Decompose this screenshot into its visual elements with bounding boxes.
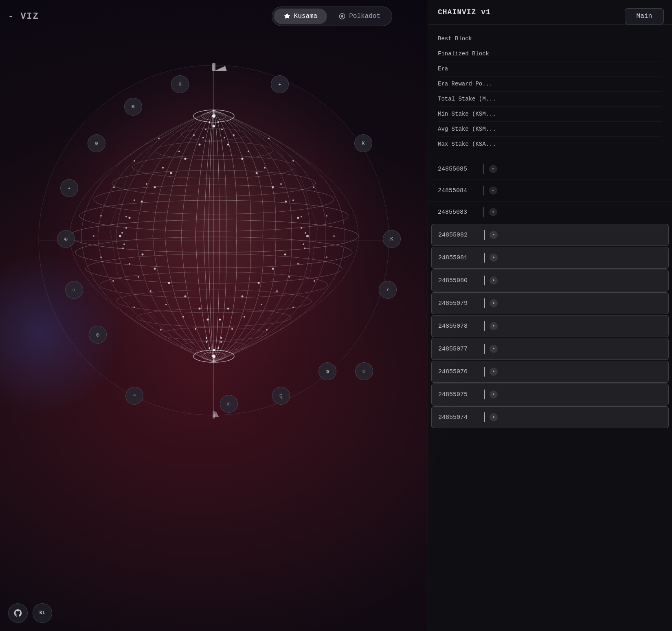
block-icon: ● bbox=[490, 276, 498, 285]
svg-point-96 bbox=[206, 341, 207, 343]
block-icon: ⚬ bbox=[489, 186, 497, 195]
block-number: 24855075 bbox=[438, 391, 479, 398]
max-stake-label: Max Stake (KSA... bbox=[438, 141, 496, 147]
block-item[interactable]: 24855075● bbox=[431, 383, 669, 405]
svg-point-58 bbox=[193, 134, 195, 136]
block-bar bbox=[483, 207, 484, 217]
block-number: 24855077 bbox=[438, 346, 479, 353]
block-icon: ● bbox=[490, 368, 498, 376]
block-icon: ● bbox=[490, 345, 498, 353]
svg-point-46 bbox=[284, 254, 286, 256]
block-item[interactable]: 24855074● bbox=[431, 406, 669, 428]
validator-icon-gear[interactable]: ⚙ bbox=[88, 134, 105, 152]
block-bar bbox=[484, 298, 485, 308]
block-icon: ● bbox=[490, 413, 498, 421]
svg-point-49 bbox=[168, 282, 170, 284]
svg-point-74 bbox=[129, 263, 130, 265]
block-bar bbox=[483, 164, 484, 174]
svg-point-97 bbox=[220, 341, 222, 343]
block-item[interactable]: 24855078● bbox=[431, 315, 669, 337]
validator-icon-lightning[interactable]: ⚡ bbox=[379, 281, 397, 299]
validator-icon-k2[interactable]: K bbox=[354, 134, 372, 152]
validator-icon-wave[interactable]: ≋ bbox=[124, 98, 142, 116]
validator-icon-yin[interactable]: ☯ bbox=[57, 230, 75, 248]
block-bar bbox=[484, 412, 485, 422]
svg-point-61 bbox=[248, 151, 249, 152]
block-icon: ● bbox=[490, 254, 498, 262]
block-number: 24855084 bbox=[438, 187, 479, 194]
svg-point-73 bbox=[304, 248, 305, 249]
block-bar bbox=[484, 367, 485, 377]
svg-point-100 bbox=[134, 160, 135, 162]
svg-point-1 bbox=[341, 15, 343, 18]
block-item[interactable]: 24855076● bbox=[431, 361, 669, 383]
validator-icon-q[interactable]: Q bbox=[272, 387, 290, 405]
max-stake-row: Max Stake (KSA... bbox=[438, 137, 662, 151]
svg-point-63 bbox=[264, 167, 266, 169]
svg-point-35 bbox=[141, 201, 143, 203]
block-icon: ● bbox=[490, 322, 498, 330]
svg-point-43 bbox=[123, 243, 125, 245]
block-item[interactable]: 24855077● bbox=[431, 338, 669, 360]
validator-icon-bubble[interactable]: ⚬ bbox=[125, 387, 143, 405]
blocks-list: 24855085⚬24855084⚬24855083⚬24855082●2485… bbox=[428, 158, 672, 631]
svg-point-75 bbox=[297, 263, 299, 265]
svg-point-70 bbox=[121, 232, 123, 234]
svg-point-32 bbox=[256, 172, 258, 174]
validator-icon-cross[interactable]: ✦ bbox=[271, 75, 289, 93]
finalized-block-label: Finalized Block bbox=[438, 50, 489, 57]
kusama-tab[interactable]: Kusama bbox=[274, 9, 327, 24]
svg-point-26 bbox=[213, 125, 215, 127]
block-bar bbox=[484, 321, 485, 331]
polkadot-label: Polkadot bbox=[349, 13, 380, 20]
svg-point-29 bbox=[184, 158, 187, 160]
app-title: - VIZ bbox=[8, 11, 39, 22]
avg-stake-row: Avg Stake (KSM... bbox=[438, 122, 662, 137]
svg-point-76 bbox=[138, 276, 139, 278]
svg-point-78 bbox=[150, 290, 152, 292]
svg-point-31 bbox=[170, 172, 172, 174]
main-button[interactable]: Main bbox=[625, 8, 664, 24]
bottom-icons: KL bbox=[8, 603, 52, 623]
block-item[interactable]: 24855082● bbox=[431, 224, 669, 246]
kl-icon[interactable]: KL bbox=[33, 603, 52, 623]
validator-icon-k3[interactable]: K bbox=[383, 230, 401, 248]
block-item[interactable]: 24855080● bbox=[431, 269, 669, 291]
svg-point-64 bbox=[146, 183, 147, 185]
validator-icon-half[interactable]: ◑ bbox=[318, 362, 336, 380]
block-bar bbox=[484, 344, 485, 354]
svg-point-108 bbox=[100, 256, 102, 258]
svg-point-92 bbox=[202, 137, 204, 138]
block-item[interactable]: 24855081● bbox=[431, 247, 669, 269]
validator-icon-circle[interactable]: ◎ bbox=[89, 326, 107, 344]
validator-icon-m[interactable]: m bbox=[220, 395, 238, 413]
svg-point-40 bbox=[306, 235, 309, 237]
svg-point-106 bbox=[93, 235, 94, 237]
validator-icon-plane[interactable]: ✈ bbox=[65, 281, 83, 299]
svg-point-105 bbox=[326, 215, 327, 217]
polkadot-tab[interactable]: Polkadot bbox=[329, 9, 390, 24]
min-stake-label: Min Stake (KSM... bbox=[438, 111, 496, 117]
svg-point-55 bbox=[207, 319, 209, 321]
block-bar bbox=[483, 186, 484, 195]
validator-icon-target[interactable]: ⊕ bbox=[355, 362, 373, 380]
svg-point-93 bbox=[224, 137, 225, 138]
block-item[interactable]: 24855085⚬ bbox=[428, 158, 672, 180]
block-item[interactable]: 24855084⚬ bbox=[428, 180, 672, 202]
svg-point-66 bbox=[134, 199, 135, 201]
svg-rect-119 bbox=[213, 411, 215, 418]
svg-point-59 bbox=[233, 134, 235, 136]
polkadot-icon bbox=[338, 13, 346, 20]
block-item[interactable]: 24855079● bbox=[431, 292, 669, 314]
block-item[interactable]: 24855083⚬ bbox=[428, 202, 672, 223]
validator-icon-plus[interactable]: ✦ bbox=[60, 179, 78, 197]
svg-point-83 bbox=[244, 316, 245, 318]
validator-icon-k1[interactable]: K bbox=[171, 75, 189, 93]
github-icon[interactable] bbox=[8, 603, 28, 623]
era-reward-label: Era Reward Po... bbox=[438, 81, 492, 87]
block-icon: ⚬ bbox=[489, 165, 497, 173]
svg-point-114 bbox=[160, 329, 162, 331]
svg-point-81 bbox=[261, 304, 262, 305]
right-panel: CHAINVIZ v1 Best Block Finalized Block E… bbox=[428, 0, 672, 631]
network-viz bbox=[0, 0, 428, 631]
